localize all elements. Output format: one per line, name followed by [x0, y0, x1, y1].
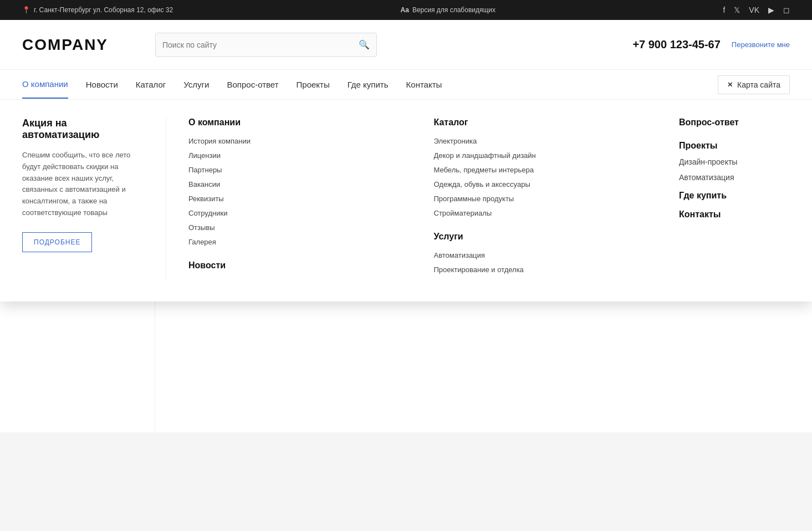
search-input[interactable]	[162, 40, 359, 49]
location-icon: 📍	[22, 6, 30, 14]
list-item: Реквизиты	[188, 194, 423, 203]
promo-text: Спешим сообщить, что все лето будут дейс…	[22, 150, 144, 219]
topbar: 📍 г. Санкт-Петербург ул. Соборная 12, оф…	[0, 0, 812, 20]
accessibility-button[interactable]: Аа Версия для слабовидящих	[400, 6, 496, 14]
search-box[interactable]: 🔍	[155, 33, 377, 57]
font-icon: Аа	[400, 6, 409, 14]
megamenu-heading-about: О компании	[188, 118, 423, 127]
nav-item-faq[interactable]: Вопрос-ответ	[227, 71, 278, 98]
list-item: Стройматериалы	[434, 208, 668, 217]
megamenu-heading-catalog: Каталог	[434, 118, 668, 127]
list-item: Отзывы	[188, 223, 423, 232]
megamenu-col-right: Вопрос-ответ Проекты Дизайн-проекты Авто…	[679, 118, 790, 279]
main-nav: О компании Новости Каталог Услуги Вопрос…	[0, 70, 812, 100]
topbar-address-section: 📍 г. Санкт-Петербург ул. Соборная 12, оф…	[22, 6, 173, 14]
nav-item-services[interactable]: Услуги	[183, 71, 209, 98]
list-item: Декор и ландшафтный дизайн	[434, 151, 668, 160]
sitemap-button[interactable]: ✕ Карта сайта	[718, 75, 790, 94]
twitter-icon[interactable]: 𝕏	[734, 6, 740, 14]
nav-item-contacts[interactable]: Контакты	[406, 71, 442, 98]
megamenu-heading-faq[interactable]: Вопрос-ответ	[679, 118, 790, 127]
nav-item-catalog[interactable]: Каталог	[136, 71, 166, 98]
youtube-icon[interactable]: ▶	[768, 6, 774, 14]
mm-link-decor[interactable]: Декор и ландшафтный дизайн	[434, 151, 536, 160]
mm-link-vacancies[interactable]: Вакансии	[188, 180, 220, 188]
nav-item-about[interactable]: О компании	[22, 70, 68, 99]
list-item: История компании	[188, 136, 423, 145]
list-item: Одежда, обувь и аксессуары	[434, 180, 668, 188]
megamenu-heading-projects: Проекты	[679, 141, 790, 151]
list-item: Автоматизация	[434, 251, 668, 259]
mm-link-design-projects[interactable]: Дизайн-проекты	[679, 157, 790, 166]
social-links: f 𝕏 VK ▶ ◻	[723, 6, 790, 14]
list-item: Проектирование и отделка	[434, 265, 668, 274]
megamenu-list-catalog: Электроника Декор и ландшафтный дизайн М…	[434, 136, 668, 217]
megamenu-heading-contacts[interactable]: Контакты	[679, 210, 790, 219]
list-item: Вакансии	[188, 180, 423, 188]
mm-link-employees[interactable]: Сотрудники	[188, 209, 227, 217]
callback-link[interactable]: Перезвоните мне	[732, 40, 790, 49]
list-item: Лицензии	[188, 151, 423, 160]
list-item: Партнеры	[188, 165, 423, 174]
mm-link-automation[interactable]: Автоматизация	[434, 251, 485, 259]
megamenu-heading-services: Услуги	[434, 232, 668, 242]
vk-icon[interactable]: VK	[749, 6, 759, 14]
mm-link-projecting[interactable]: Проектирование и отделка	[434, 266, 524, 274]
mm-link-automation-project[interactable]: Автоматизация	[679, 173, 790, 182]
mm-link-reviews[interactable]: Отзывы	[188, 223, 215, 232]
megamenu-heading-where-to-buy[interactable]: Где купить	[679, 191, 790, 201]
sitemap-label: Карта сайта	[737, 80, 780, 89]
phone-number: +7 900 123-45-67	[632, 38, 720, 51]
mm-link-furniture[interactable]: Мебель, предметы интерьера	[434, 166, 534, 174]
nav-item-where-to-buy[interactable]: Где купить	[348, 71, 389, 98]
logo[interactable]: COMPANY	[22, 36, 144, 54]
mm-link-materials[interactable]: Стройматериалы	[434, 209, 492, 217]
topbar-address: г. Санкт-Петербург ул. Соборная 12, офис…	[34, 6, 173, 14]
mm-link-electronics[interactable]: Электроника	[434, 137, 477, 145]
mm-link-software[interactable]: Программные продукты	[434, 195, 514, 203]
list-item: Электроника	[434, 136, 668, 145]
accessibility-label: Версия для слабовидящих	[412, 6, 496, 14]
header-right: +7 900 123-45-67 Перезвоните мне	[632, 38, 790, 51]
nav-item-projects[interactable]: Проекты	[297, 71, 330, 98]
megamenu: Акция на автоматизацию Спешим сообщить, …	[0, 100, 812, 302]
mm-link-partners[interactable]: Партнеры	[188, 166, 222, 174]
list-item: Сотрудники	[188, 208, 423, 217]
facebook-icon[interactable]: f	[723, 6, 725, 14]
megamenu-promo: Акция на автоматизацию Спешим сообщить, …	[22, 118, 166, 279]
megamenu-col-catalog: Каталог Электроника Декор и ландшафтный …	[434, 118, 680, 279]
megamenu-col-about: О компании История компании Лицензии Пар…	[188, 118, 434, 279]
mm-link-clothes[interactable]: Одежда, обувь и аксессуары	[434, 180, 530, 188]
mm-link-requisites[interactable]: Реквизиты	[188, 195, 224, 203]
mm-link-gallery[interactable]: Галерея	[188, 238, 216, 246]
megamenu-heading-news: Новости	[188, 261, 423, 270]
megamenu-list-services: Автоматизация Проектирование и отделка	[434, 251, 668, 274]
list-item: Мебель, предметы интерьера	[434, 165, 668, 174]
list-item: Программные продукты	[434, 194, 668, 203]
promo-title: Акция на автоматизацию	[22, 118, 144, 141]
instagram-icon[interactable]: ◻	[783, 6, 790, 14]
list-item: Галерея	[188, 237, 423, 246]
promo-button[interactable]: ПОДРОБНЕЕ	[22, 232, 92, 252]
mm-link-history[interactable]: История компании	[188, 137, 251, 145]
search-icon[interactable]: 🔍	[359, 39, 370, 50]
megamenu-cols: О компании История компании Лицензии Пар…	[166, 118, 790, 279]
mm-link-licenses[interactable]: Лицензии	[188, 151, 221, 160]
nav-item-news[interactable]: Новости	[86, 71, 118, 98]
nav-items: О компании Новости Каталог Услуги Вопрос…	[22, 70, 718, 99]
header: COMPANY 🔍 +7 900 123-45-67 Перезвоните м…	[0, 20, 812, 70]
close-icon: ✕	[727, 81, 733, 89]
megamenu-list-about: История компании Лицензии Партнеры Вакан…	[188, 136, 423, 246]
